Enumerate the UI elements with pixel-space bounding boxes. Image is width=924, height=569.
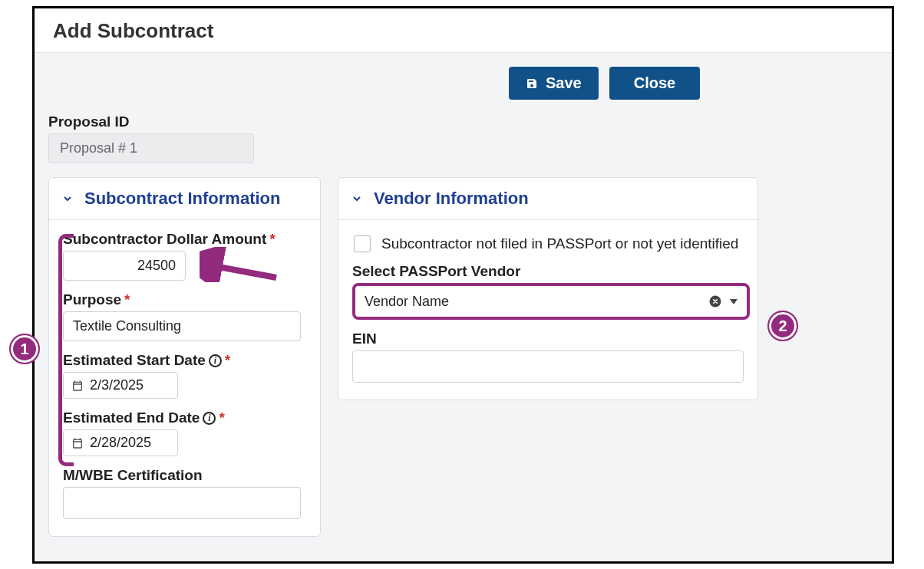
dollar-amount-label-text: Subcontractor Dollar Amount [63,231,266,248]
est-end-group: Estimated End Date i * 2/28/2025 [63,409,306,456]
vendor-select-icons [708,294,738,308]
ein-group: EIN [352,331,744,383]
est-start-group: Estimated Start Date i * 2/3/2025 [63,352,306,399]
est-end-label-text: Estimated End Date [63,409,200,426]
calendar-icon [71,437,84,449]
dollar-amount-label: Subcontractor Dollar Amount * [63,231,306,248]
subcontract-info-title: Subcontract Information [84,189,280,209]
dollar-amount-input[interactable] [63,251,186,281]
subcontract-info-body: Subcontractor Dollar Amount * Purpose * [49,220,320,536]
est-start-label-text: Estimated Start Date [63,352,206,369]
vendor-info-header[interactable]: Vendor Information [338,178,757,220]
required-asterisk: * [269,231,275,248]
vendor-info-card: Vendor Information Subcontractor not fil… [338,177,758,400]
save-icon [526,77,538,90]
mwbe-label: M/WBE Certification [63,467,306,484]
info-icon[interactable]: i [209,354,222,367]
vendor-info-title: Vendor Information [374,189,529,209]
close-button-label: Close [634,74,675,92]
required-asterisk: * [219,409,224,426]
proposal-id-group: Proposal ID Proposal # 1 [48,113,878,163]
ein-label: EIN [352,331,744,347]
save-button[interactable]: Save [509,67,599,100]
proposal-id-value: Proposal # 1 [48,133,254,163]
mwbe-group: M/WBE Certification [63,467,306,519]
not-filed-label: Subcontractor not filed in PASSPort or n… [381,235,738,252]
chevron-down-icon [351,192,363,205]
purpose-input[interactable] [63,311,301,341]
close-button[interactable]: Close [609,67,700,100]
info-icon[interactable]: i [203,412,216,425]
dialog-body: Save Close Proposal ID Proposal # 1 Subc… [35,52,892,561]
passport-vendor-select[interactable]: Vendor Name [352,283,750,320]
est-end-label: Estimated End Date i * [63,409,306,426]
subcontract-info-card: Subcontract Information Subcontractor Do… [48,177,321,537]
subcontract-info-header[interactable]: Subcontract Information [49,178,320,220]
proposal-id-label: Proposal ID [48,113,878,130]
purpose-group: Purpose * [63,291,306,341]
clear-icon[interactable] [708,294,722,308]
dollar-amount-group: Subcontractor Dollar Amount * [63,231,306,281]
est-start-label: Estimated Start Date i * [63,352,306,369]
vendor-select-value: Vendor Name [365,294,449,310]
purpose-label: Purpose * [63,291,306,308]
dialog-title: Add Subcontract [35,8,892,52]
est-end-date-input[interactable]: 2/28/2025 [63,429,178,456]
select-vendor-label: Select PASSPort Vendor [352,263,744,280]
mwbe-input[interactable] [63,487,301,519]
chevron-down-icon [61,192,74,205]
caret-down-icon[interactable] [730,299,738,304]
button-row: Save Close [509,67,878,100]
required-asterisk: * [124,291,130,308]
save-button-label: Save [546,74,582,92]
dialog-frame: Add Subcontract Save Close Proposal ID P… [32,6,894,564]
not-filed-row: Subcontractor not filed in PASSPort or n… [354,235,744,252]
required-asterisk: * [225,352,230,369]
est-end-date-value: 2/28/2025 [90,435,151,451]
calendar-icon [71,380,84,392]
purpose-label-text: Purpose [63,291,121,308]
not-filed-checkbox[interactable] [354,235,371,252]
est-start-date-value: 2/3/2025 [90,377,144,393]
ein-input[interactable] [352,350,744,383]
select-vendor-group: Select PASSPort Vendor Vendor Name [352,263,744,320]
est-start-date-input[interactable]: 2/3/2025 [63,372,178,399]
vendor-info-body: Subcontractor not filed in PASSPort or n… [338,220,757,400]
panels-row: Subcontract Information Subcontractor Do… [48,177,878,537]
